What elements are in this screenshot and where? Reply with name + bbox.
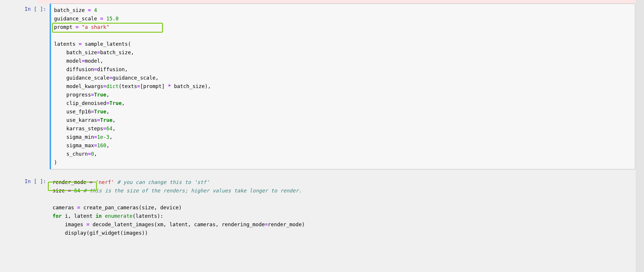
code-block-1[interactable]: batch_size = 4 guidance_scale = 15.0 pro… bbox=[54, 6, 632, 167]
cell-prompt-1: In [ ]: bbox=[9, 3, 50, 12]
page-edge bbox=[637, 0, 644, 240]
code-area-2[interactable]: render_mode = 'nerf' # you can change th… bbox=[50, 176, 635, 240]
code-cell-2[interactable]: In [ ]: render_mode = 'nerf' # you can c… bbox=[9, 176, 635, 240]
error-banner bbox=[38, 0, 635, 3]
code-cell-1[interactable]: In [ ]: batch_size = 4 guidance_scale = … bbox=[9, 3, 635, 169]
page-shadow bbox=[635, 0, 637, 240]
code-block-2[interactable]: render_mode = 'nerf' # you can change th… bbox=[53, 178, 632, 237]
code-area-1[interactable]: batch_size = 4 guidance_scale = 15.0 pro… bbox=[50, 3, 635, 169]
cell-prompt-2: In [ ]: bbox=[9, 176, 50, 184]
